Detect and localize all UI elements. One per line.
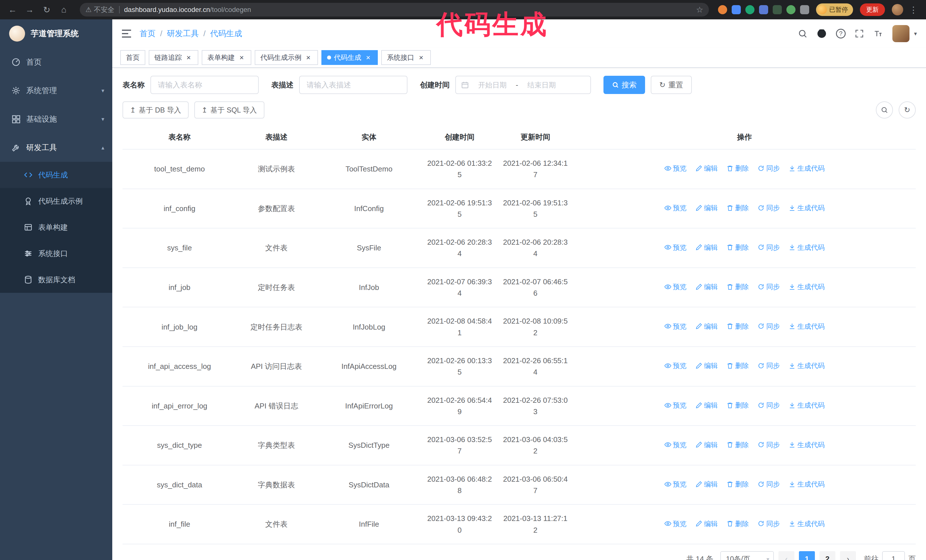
- security-label[interactable]: 不安全: [94, 5, 115, 14]
- edit-link[interactable]: 编辑: [696, 360, 718, 371]
- sync-link[interactable]: 同步: [758, 202, 780, 213]
- tab-system-api[interactable]: 系统接口 ×: [381, 50, 431, 65]
- end-date-input[interactable]: [520, 81, 563, 89]
- delete-link[interactable]: 删除: [726, 439, 749, 450]
- delete-link[interactable]: 删除: [726, 202, 749, 213]
- avatar-caret-icon[interactable]: ▾: [914, 30, 917, 37]
- extension-icon-orange[interactable]: [718, 5, 727, 14]
- generate-code-link[interactable]: 生成代码: [789, 202, 825, 213]
- preview-link[interactable]: 预览: [664, 202, 687, 213]
- search-button[interactable]: 搜索: [604, 76, 645, 94]
- edit-link[interactable]: 编辑: [696, 518, 718, 529]
- edit-link[interactable]: 编辑: [696, 281, 718, 292]
- search-icon[interactable]: [798, 29, 808, 38]
- extension-icon-blue-grid[interactable]: [759, 5, 768, 14]
- preview-link[interactable]: 预览: [664, 360, 687, 371]
- preview-link[interactable]: 预览: [664, 479, 687, 489]
- extension-icon-green-v[interactable]: [745, 5, 755, 14]
- edit-link[interactable]: 编辑: [696, 163, 718, 174]
- tab-codegen-example[interactable]: 代码生成示例 ×: [255, 50, 318, 65]
- generate-code-link[interactable]: 生成代码: [789, 163, 825, 174]
- preview-link[interactable]: 预览: [664, 321, 687, 332]
- generate-code-link[interactable]: 生成代码: [789, 439, 825, 450]
- bookmark-star-icon[interactable]: ☆: [696, 5, 703, 15]
- help-icon[interactable]: ?: [836, 29, 846, 38]
- tab-home[interactable]: 首页: [120, 50, 145, 65]
- edit-link[interactable]: 编辑: [696, 321, 718, 332]
- generate-code-link[interactable]: 生成代码: [789, 400, 825, 411]
- sidebar-item-code-generation[interactable]: 代码生成: [0, 162, 112, 188]
- sync-link[interactable]: 同步: [758, 518, 780, 529]
- generate-code-link[interactable]: 生成代码: [789, 321, 825, 332]
- tab-trace[interactable]: 链路追踪 ×: [149, 50, 198, 65]
- delete-link[interactable]: 删除: [726, 242, 749, 253]
- sidebar-item-system-management[interactable]: 系统管理 ▾: [0, 76, 112, 105]
- back-icon[interactable]: ←: [6, 3, 20, 17]
- hamburger-icon[interactable]: [121, 29, 132, 38]
- close-icon[interactable]: ×: [238, 54, 246, 62]
- sync-link[interactable]: 同步: [758, 242, 780, 253]
- extension-icon-dark[interactable]: [773, 5, 782, 14]
- sync-link[interactable]: 同步: [758, 281, 780, 292]
- chrome-update-button[interactable]: 更新: [860, 3, 885, 16]
- sidebar-item-system-api[interactable]: 系统接口: [0, 240, 112, 267]
- goto-page-input[interactable]: [882, 551, 905, 560]
- preview-link[interactable]: 预览: [664, 439, 687, 450]
- import-sql-button[interactable]: ↥ 基于 SQL 导入: [194, 101, 265, 118]
- table-desc-input[interactable]: [299, 76, 407, 94]
- edit-link[interactable]: 编辑: [696, 400, 718, 411]
- github-icon[interactable]: [817, 29, 827, 39]
- breadcrumb-dev-tools[interactable]: 研发工具: [167, 28, 199, 39]
- sync-link[interactable]: 同步: [758, 400, 780, 411]
- generate-code-link[interactable]: 生成代码: [789, 360, 825, 371]
- tab-code-generation[interactable]: 代码生成 ×: [321, 50, 378, 65]
- close-icon[interactable]: ×: [185, 54, 193, 62]
- generate-code-link[interactable]: 生成代码: [789, 242, 825, 253]
- generate-code-link[interactable]: 生成代码: [789, 281, 825, 292]
- next-page-button[interactable]: ›: [840, 551, 856, 560]
- preview-link[interactable]: 预览: [664, 242, 687, 253]
- extensions-puzzle-icon[interactable]: [800, 5, 809, 14]
- tab-form-builder[interactable]: 表单构建 ×: [202, 50, 251, 65]
- sync-link[interactable]: 同步: [758, 479, 780, 489]
- prev-page-button[interactable]: ‹: [778, 551, 794, 560]
- preview-link[interactable]: 预览: [664, 518, 687, 529]
- fullscreen-icon[interactable]: [855, 29, 864, 38]
- sync-link[interactable]: 同步: [758, 163, 780, 174]
- import-db-button[interactable]: ↥ 基于 DB 导入: [123, 101, 189, 118]
- browser-menu-icon[interactable]: ⋮: [906, 3, 920, 17]
- sync-link[interactable]: 同步: [758, 360, 780, 371]
- delete-link[interactable]: 删除: [726, 321, 749, 332]
- preview-link[interactable]: 预览: [664, 281, 687, 292]
- delete-link[interactable]: 删除: [726, 479, 749, 489]
- delete-link[interactable]: 删除: [726, 360, 749, 371]
- extension-icon-blue-drop[interactable]: [732, 5, 741, 14]
- home-icon[interactable]: ⌂: [57, 3, 71, 17]
- edit-link[interactable]: 编辑: [696, 439, 718, 450]
- sidebar-item-dev-tools[interactable]: 研发工具 ▴: [0, 133, 112, 162]
- generate-code-link[interactable]: 生成代码: [789, 479, 825, 489]
- sync-link[interactable]: 同步: [758, 439, 780, 450]
- font-size-icon[interactable]: [873, 29, 883, 38]
- sidebar-item-database-docs[interactable]: 数据库文档: [0, 267, 112, 293]
- sync-paused-badge[interactable]: 已暂停: [816, 3, 853, 16]
- delete-link[interactable]: 删除: [726, 400, 749, 411]
- preview-link[interactable]: 预览: [664, 400, 687, 411]
- page-2-button[interactable]: 2: [819, 551, 835, 560]
- close-icon[interactable]: ×: [417, 54, 425, 62]
- user-avatar[interactable]: [893, 25, 909, 42]
- date-range-picker[interactable]: -: [455, 76, 591, 94]
- browser-profile-avatar[interactable]: [892, 4, 903, 15]
- close-icon[interactable]: ×: [304, 54, 312, 62]
- sidebar-item-form-builder[interactable]: 表单构建: [0, 214, 112, 240]
- breadcrumb-home[interactable]: 首页: [139, 28, 156, 39]
- edit-link[interactable]: 编辑: [696, 202, 718, 213]
- extension-icon-leaf[interactable]: [787, 5, 796, 14]
- forward-icon[interactable]: →: [23, 3, 36, 17]
- delete-link[interactable]: 删除: [726, 518, 749, 529]
- edit-link[interactable]: 编辑: [696, 242, 718, 253]
- toggle-search-button[interactable]: [876, 101, 893, 118]
- reset-button[interactable]: ↻ 重置: [651, 76, 692, 94]
- close-icon[interactable]: ×: [364, 54, 372, 62]
- generate-code-link[interactable]: 生成代码: [789, 518, 825, 529]
